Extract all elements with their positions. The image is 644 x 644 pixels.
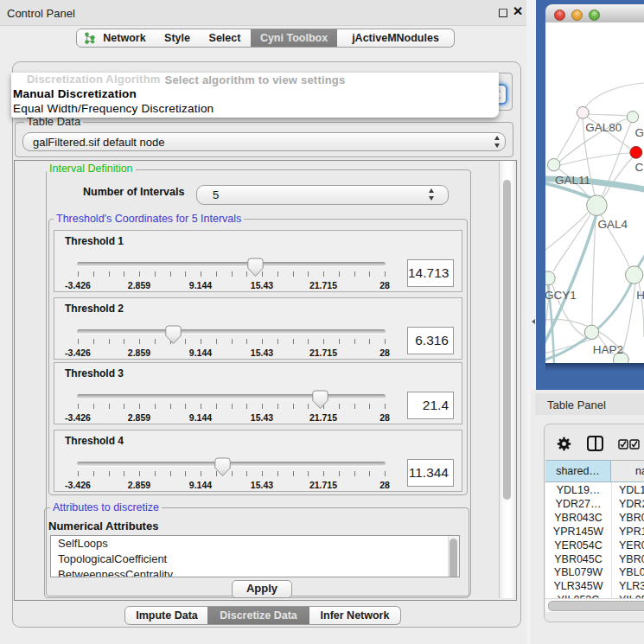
svg-text:G.: G.: [634, 126, 644, 139]
svg-text:GAL11: GAL11: [555, 174, 590, 187]
svg-text:GAL80: GAL80: [585, 121, 622, 134]
svg-text:HAP2: HAP2: [593, 343, 623, 356]
svg-text:H: H: [636, 289, 644, 302]
svg-text:GCY1: GCY1: [545, 289, 577, 302]
svg-text:GAL4: GAL4: [597, 218, 628, 231]
svg-text:C: C: [635, 161, 644, 174]
